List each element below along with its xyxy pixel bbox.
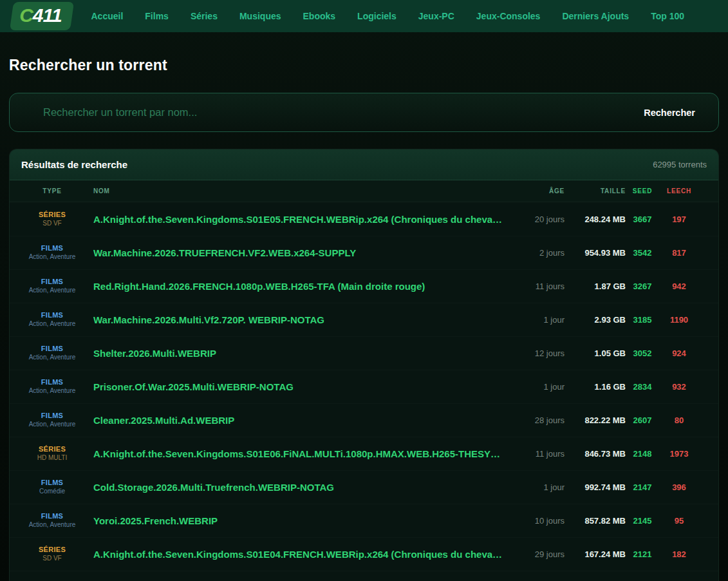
seed-cell: 2834	[626, 382, 659, 392]
type-badge[interactable]: FILMSComédie	[20, 479, 84, 495]
seed-cell: 3542	[626, 248, 659, 258]
name-cell: War.Machine.2026.TRUEFRENCH.VF2.WEB.x264…	[84, 247, 503, 258]
type-badge[interactable]: FILMSAction, Aventure	[20, 412, 84, 428]
type-badge[interactable]: FILMSAction, Aventure	[20, 311, 84, 328]
seed-cell: 2121	[626, 549, 659, 559]
name-cell: A.Knight.of.the.Seven.Kingdoms.S01E05.FR…	[84, 214, 503, 225]
type-badge[interactable]: FILMSAction, Aventure	[20, 378, 84, 395]
name-cell: Prisoner.Of.War.2025.Multi.WEBRIP-NOTAG	[84, 381, 503, 392]
name-cell: Red.Right.Hand.2026.FRENCH.1080p.WEB.H26…	[84, 281, 503, 292]
type-badge[interactable]: SÉRIESSD VF	[20, 546, 84, 562]
torrent-name-link[interactable]: Prisoner.Of.War.2025.Multi.WEBRIP-NOTAG	[93, 381, 503, 392]
column-header-age[interactable]: ÂGE	[503, 187, 565, 195]
results-panel: Résultats de recherche 62995 torrents TY…	[9, 149, 719, 581]
search-input[interactable]	[10, 93, 621, 131]
type-label: FILMS	[20, 278, 84, 287]
column-header-taille[interactable]: TAILLE	[565, 187, 626, 195]
age-cell: 11 jours	[503, 281, 565, 291]
age-cell: 2 jours	[503, 248, 565, 258]
age-cell: 28 jours	[503, 415, 565, 425]
name-cell: War.Machine.2026.Multi.Vf2.720P. WEBRIP-…	[84, 314, 503, 325]
torrent-name-link[interactable]: A.Knight.of.the.Seven.Kingdoms.S01E05.FR…	[93, 214, 503, 225]
torrent-name-link[interactable]: A.Knight.of.the.Seven.Kingdoms.S01E04.FR…	[93, 549, 503, 560]
seed-cell: 2147	[626, 482, 659, 492]
nav-item-jeux-consoles[interactable]: Jeux-Consoles	[476, 11, 541, 21]
size-cell: 857.82 MB	[565, 516, 626, 526]
type-badge[interactable]: FILMSAction, Aventure	[20, 345, 84, 361]
navbar: C411 AccueilFilmsSériesMusiquesEbooksLog…	[0, 0, 728, 32]
type-label: FILMS	[20, 244, 84, 253]
seed-cell: 3667	[626, 214, 659, 224]
type-subtitle: Action, Aventure	[20, 287, 84, 295]
search-button[interactable]: Rechercher	[621, 93, 718, 131]
seed-cell: 3185	[626, 315, 659, 325]
type-badge[interactable]: SÉRIESHD MULTI	[20, 445, 84, 462]
size-cell: 167.24 MB	[565, 549, 626, 559]
name-cell: Cleaner.2025.Multi.Ad.WEBRIP	[84, 415, 503, 426]
search-bar: Rechercher	[9, 93, 719, 132]
size-cell: 248.24 MB	[565, 214, 626, 224]
seed-cell: 3052	[626, 348, 659, 358]
torrent-name-link[interactable]: Yoroi.2025.French.WEBRIP	[93, 515, 503, 526]
leech-cell: 924	[659, 348, 699, 358]
torrent-name-link[interactable]: Cold.Storage.2026.Multi.Truefrench.WEBRI…	[93, 482, 503, 493]
size-cell: 2.93 GB	[565, 315, 626, 325]
size-cell: 822.22 MB	[565, 415, 626, 425]
type-subtitle: Action, Aventure	[20, 253, 84, 262]
age-cell: 1 jour	[503, 482, 565, 492]
nav-item-accueil[interactable]: Accueil	[91, 11, 124, 21]
nav-item-derniers-ajouts[interactable]: Derniers Ajouts	[562, 11, 629, 21]
torrent-name-link[interactable]: A.Knight.of.the.Seven.Kingdoms.S01E06.Fi…	[93, 448, 503, 459]
type-label: SÉRIES	[20, 211, 84, 220]
table-row: FILMSAction, AventureCleaner.2025.Multi.…	[10, 403, 718, 437]
table-row: FILMSComédieCold.Storage.2026.Multi.True…	[10, 470, 718, 504]
table-row: FILMSAction, AventureShelter.2026.Multi.…	[10, 336, 718, 370]
table-row: FILMSUnknowned.Soldiers.Lost.in.the.tren…	[10, 571, 718, 581]
type-label: FILMS	[20, 345, 84, 354]
seed-cell: 2145	[626, 516, 659, 526]
nav-item-musiques[interactable]: Musiques	[239, 11, 281, 21]
type-label: FILMS	[20, 378, 84, 387]
size-cell: 992.74 MB	[565, 482, 626, 492]
column-header-type[interactable]: TYPE	[20, 187, 84, 195]
column-header-seed[interactable]: SEED	[626, 187, 659, 195]
age-cell: 11 jours	[503, 449, 565, 459]
torrent-name-link[interactable]: Red.Right.Hand.2026.FRENCH.1080p.WEB.H26…	[93, 281, 503, 292]
column-header-nom[interactable]: NOM	[84, 187, 503, 195]
age-cell: 1 jour	[503, 382, 565, 392]
size-cell: 846.73 MB	[565, 449, 626, 459]
site-logo[interactable]: C411	[10, 2, 74, 30]
page-title: Rechercher un torrent	[9, 57, 719, 74]
seed-cell: 2148	[626, 449, 659, 459]
type-subtitle: Action, Aventure	[20, 320, 84, 329]
torrent-name-link[interactable]: War.Machine.2026.TRUEFRENCH.VF2.WEB.x264…	[93, 247, 503, 258]
nav-item-top-100[interactable]: Top 100	[651, 11, 684, 21]
leech-cell: 396	[659, 482, 699, 492]
leech-cell: 80	[659, 415, 699, 425]
results-count: 62995 torrents	[653, 160, 707, 169]
seed-cell: 2607	[626, 415, 659, 425]
torrent-name-link[interactable]: Shelter.2026.Multi.WEBRIP	[93, 348, 503, 359]
type-badge[interactable]: SÉRIESSD VF	[20, 211, 84, 227]
column-header-leech[interactable]: LEECH	[659, 187, 699, 195]
nav-item-s-ries[interactable]: Séries	[191, 11, 218, 21]
type-subtitle: Action, Aventure	[20, 421, 84, 429]
torrent-name-link[interactable]: War.Machine.2026.Multi.Vf2.720P. WEBRIP-…	[93, 314, 503, 325]
nav-item-logiciels[interactable]: Logiciels	[357, 11, 397, 21]
nav-item-films[interactable]: Films	[145, 11, 169, 21]
results-header: Résultats de recherche 62995 torrents	[10, 149, 718, 180]
torrent-name-link[interactable]: Cleaner.2025.Multi.Ad.WEBRIP	[93, 415, 503, 426]
age-cell: 29 jours	[503, 549, 565, 559]
type-subtitle: Action, Aventure	[20, 354, 84, 362]
type-subtitle: Comédie	[20, 488, 84, 496]
age-cell: 1 jour	[503, 315, 565, 325]
leech-cell: 1973	[659, 449, 699, 459]
type-badge[interactable]: FILMSAction, Aventure	[20, 244, 84, 261]
leech-cell: 932	[659, 382, 699, 392]
nav-item-ebooks[interactable]: Ebooks	[303, 11, 336, 21]
type-badge[interactable]: FILMSAction, Aventure	[20, 278, 84, 294]
type-badge[interactable]: FILMSAction, Aventure	[20, 512, 84, 529]
age-cell: 10 jours	[503, 516, 565, 526]
nav-item-jeux-pc[interactable]: Jeux-PC	[418, 11, 454, 21]
logo-number: 411	[33, 5, 62, 26]
